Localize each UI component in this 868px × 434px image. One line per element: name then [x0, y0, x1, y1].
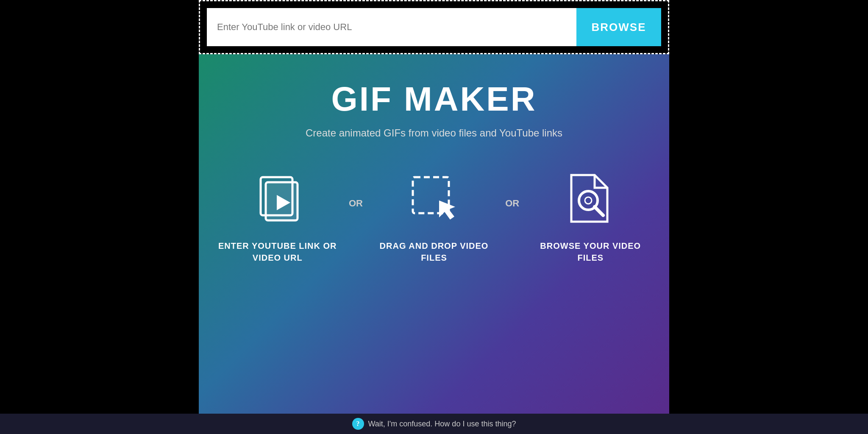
drag-drop-label: DRAG AND DROP VIDEO FILES	[380, 240, 489, 264]
or-separator-1: OR	[339, 198, 373, 234]
main-content-area: GIF MAKER Create animated GIFs from vide…	[199, 54, 669, 434]
svg-marker-5	[439, 200, 455, 220]
page-subtitle: Create animated GIFs from video files an…	[306, 127, 562, 139]
drop-zone-container: BROWSE	[199, 0, 669, 54]
option-youtube-link[interactable]: ENTER YOUTUBE LINK OR VIDEO URL	[216, 169, 339, 264]
options-row: ENTER YOUTUBE LINK OR VIDEO URL OR DRAG …	[216, 169, 652, 264]
youtube-link-label: ENTER YOUTUBE LINK OR VIDEO URL	[218, 240, 337, 264]
browse-files-icon	[561, 169, 620, 228]
youtube-link-icon	[248, 169, 307, 228]
url-bar: BROWSE	[207, 8, 661, 46]
youtube-url-input[interactable]	[207, 8, 576, 46]
browse-button[interactable]: BROWSE	[576, 8, 661, 46]
svg-line-7	[595, 207, 603, 215]
help-text[interactable]: Wait, I'm confused. How do I use this th…	[368, 420, 516, 428]
browse-files-label: BROWSE YOUR VIDEO FILES	[529, 240, 653, 264]
or-separator-2: OR	[496, 198, 529, 234]
bottom-help-bar: ? Wait, I'm confused. How do I use this …	[0, 414, 868, 434]
page-title: GIF MAKER	[331, 80, 537, 119]
option-drag-drop[interactable]: DRAG AND DROP VIDEO FILES	[372, 169, 496, 264]
drag-drop-icon	[404, 169, 464, 228]
svg-point-8	[585, 197, 592, 204]
help-icon: ?	[352, 418, 364, 430]
option-browse-files[interactable]: BROWSE YOUR VIDEO FILES	[529, 169, 653, 264]
